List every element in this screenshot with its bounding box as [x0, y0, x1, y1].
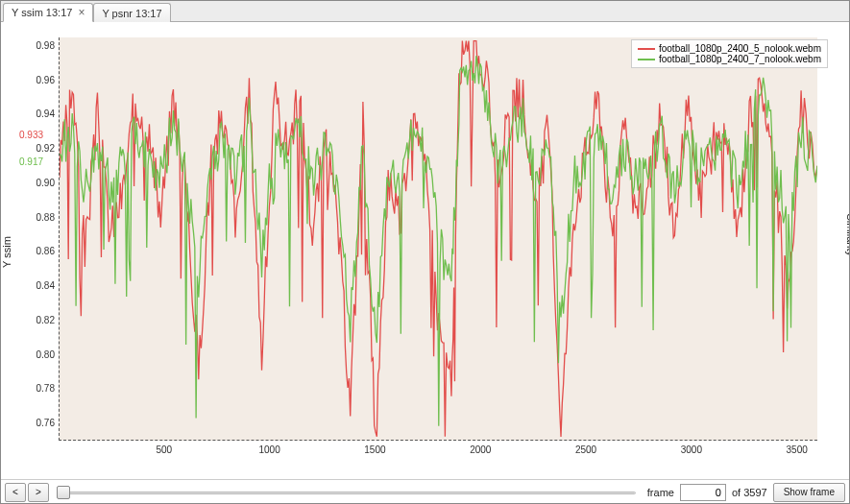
legend-label: football_1080p_2400_5_nolook.webm [659, 43, 821, 54]
x-tick: 2000 [470, 444, 491, 455]
y-tick: 0.84 [9, 280, 55, 291]
legend-swatch-icon [638, 48, 655, 50]
frame-total-text: of 3597 [732, 487, 767, 498]
chevron-left-icon: < [12, 487, 18, 497]
x-tick: 500 [156, 444, 172, 455]
current-value-red: 0.933 [19, 130, 43, 140]
legend-label: football_1080p_2400_7_nolook.webm [659, 54, 821, 64]
y-tick: 0.76 [9, 418, 55, 428]
y-tick: 0.96 [9, 75, 55, 85]
y-tick: 0.80 [9, 349, 55, 360]
y-tick: 0.92 [9, 143, 55, 154]
next-frame-button[interactable]: > [28, 483, 49, 502]
legend-item: football_1080p_2400_7_nolook.webm [638, 54, 821, 64]
frame-slider[interactable] [57, 485, 636, 500]
legend-swatch-icon [638, 59, 655, 60]
plot-area[interactable] [59, 37, 817, 441]
show-frame-button[interactable]: Show frame [773, 483, 845, 502]
slider-thumb[interactable] [57, 486, 70, 499]
current-value-green: 0.917 [19, 156, 43, 167]
frame-input[interactable] [680, 484, 726, 501]
y-tick: 0.82 [9, 315, 55, 325]
prev-frame-button[interactable]: < [5, 483, 26, 502]
chart-panel: Y ssim Similarity 0.760.780.800.820.840.… [1, 22, 850, 479]
frame-label-text: frame [647, 487, 674, 498]
x-tick: 3000 [681, 444, 702, 455]
y-tick: 0.88 [9, 212, 55, 223]
x-tick: 2500 [575, 444, 596, 455]
tab-label: Y ssim 13:17 [12, 7, 72, 18]
y-tick: 0.86 [9, 246, 55, 256]
x-tick: 1000 [259, 444, 280, 455]
tab-bar: Y ssim 13:17 × Y psnr 13:17 [1, 1, 849, 22]
legend-item: football_1080p_2400_5_nolook.webm [638, 43, 821, 54]
tab-label: Y psnr 13:17 [102, 8, 161, 19]
footer-bar: < > frame of 3597 Show frame [1, 479, 849, 504]
right-axis-label: Similarity [845, 213, 850, 256]
x-tick: 1500 [364, 444, 385, 455]
y-tick: 0.94 [9, 108, 55, 119]
series-line [60, 56, 817, 425]
close-icon[interactable]: × [78, 8, 85, 17]
y-tick: 0.78 [9, 383, 55, 394]
chevron-right-icon: > [36, 487, 41, 497]
legend: football_1080p_2400_5_nolook.webm footba… [631, 39, 828, 68]
tab-psnr[interactable]: Y psnr 13:17 [93, 3, 170, 22]
y-tick: 0.98 [9, 40, 55, 51]
x-tick: 3500 [787, 444, 808, 455]
tab-ssim[interactable]: Y ssim 13:17 × [3, 3, 93, 22]
y-tick: 0.90 [9, 178, 55, 188]
